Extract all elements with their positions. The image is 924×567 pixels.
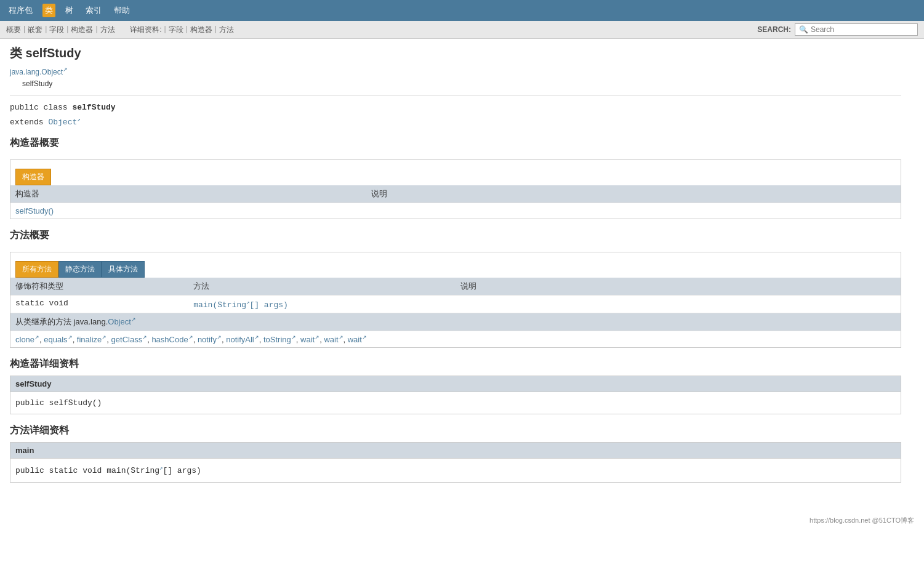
- all-methods-button[interactable]: 所有方法: [15, 261, 58, 278]
- field-nav-nested[interactable]: 嵌套: [28, 25, 42, 35]
- field-nav-detail-method[interactable]: 方法: [219, 25, 234, 35]
- method-detail-header: main: [10, 442, 901, 459]
- notifyall-link[interactable]: notifyAll: [226, 335, 254, 344]
- table-row: selfStudy(): [10, 203, 901, 219]
- method-desc-cell: [456, 296, 901, 313]
- class-decl-line2: extends Object↗: [10, 115, 901, 130]
- class-declaration: public class selfStudy extends Object↗: [10, 100, 901, 129]
- method-table-header: 修饰符和类型 方法 说明: [10, 278, 901, 296]
- search-area: SEARCH: 🔍: [757, 23, 918, 36]
- modifier-text: static void: [15, 299, 68, 308]
- method-table-body: static void main(String↗[] args) 从类继承的方法…: [10, 296, 901, 347]
- divider-1: [10, 95, 901, 95]
- nav-item-help[interactable]: 帮助: [111, 4, 132, 17]
- method-btn-group: 所有方法 静态方法 具体方法: [10, 257, 901, 278]
- search-icon: 🔍: [799, 25, 808, 34]
- method-link[interactable]: main(String↗[] args): [193, 300, 288, 310]
- wait2-link[interactable]: wait: [324, 335, 338, 344]
- col-description-header-method: 说明: [456, 278, 901, 296]
- inherited-methods-cell: clone↗, equals↗, finalize↗, getClass↗, h…: [10, 331, 901, 348]
- nav-item-tree[interactable]: 树: [63, 4, 76, 17]
- constructor-cell: selfStudy(): [10, 203, 366, 219]
- field-nav-links: 概要 | 嵌套 | 字段 | 构造器 | 方法 详细资料: | 字段 | 构造器…: [6, 25, 234, 35]
- equals-link[interactable]: equals: [44, 335, 67, 344]
- method-summary-card: 所有方法 静态方法 具体方法 修饰符和类型 方法 说明 static void: [10, 252, 901, 348]
- class-decl-line1: public class selfStudy: [10, 100, 901, 115]
- col-constructor-header: 构造器: [10, 185, 366, 203]
- constructor-summary-card: 构造器 构造器 说明 selfStudy(): [10, 159, 901, 219]
- getclass-link[interactable]: getClass: [111, 335, 143, 344]
- constructor-detail-title: 构造器详细资料: [10, 358, 901, 371]
- footer: https://blog.csdn.net @51CTO博客: [0, 511, 924, 530]
- method-summary-title: 方法概要: [10, 229, 901, 242]
- col-description-header: 说明: [366, 185, 901, 203]
- constructor-summary-table: 构造器 说明 selfStudy(): [10, 185, 901, 219]
- field-nav-detail-constructor[interactable]: 构造器: [190, 25, 212, 35]
- top-navigation: 程序包 类 树 索引 帮助: [0, 0, 924, 21]
- constructor-btn-group: 构造器: [10, 165, 901, 185]
- nav-item-class[interactable]: 类: [42, 4, 55, 17]
- table-row: static void main(String↗[] args): [10, 296, 901, 313]
- search-input[interactable]: [811, 25, 914, 34]
- constructor-detail-section: 构造器详细资料 selfStudy public selfStudy(): [10, 358, 901, 414]
- inheritance-tree: java.lang.Object↗ selfStudy: [10, 65, 901, 90]
- tostring-link[interactable]: toString: [263, 335, 291, 344]
- constructor-summary-title: 构造器概要: [10, 137, 901, 150]
- page-title: 类 selfStudy: [10, 45, 901, 62]
- field-nav-method[interactable]: 方法: [100, 25, 115, 35]
- search-box-container: 🔍: [795, 23, 918, 36]
- col-modifier-header: 修饰符和类型: [10, 278, 188, 296]
- field-nav-constructor[interactable]: 构造器: [71, 25, 93, 35]
- constructor-detail-header: selfStudy: [10, 376, 901, 392]
- constructor-detail-body: public selfStudy(): [10, 392, 901, 414]
- method-name-cell: main(String↗[] args): [188, 296, 456, 313]
- nav-item-package[interactable]: 程序包: [6, 4, 35, 17]
- wait1-link[interactable]: wait: [300, 335, 315, 344]
- method-detail-body: public static void main(String↗[] args): [10, 459, 901, 482]
- constructor-table-header: 构造器 说明: [10, 185, 901, 203]
- clone-link[interactable]: clone: [15, 335, 34, 344]
- method-detail-section: 方法详细资料 main public static void main(Stri…: [10, 424, 901, 482]
- field-nav-detail-field[interactable]: 字段: [169, 25, 183, 35]
- extends-object-link[interactable]: Object: [48, 118, 77, 127]
- footer-text: https://blog.csdn.net @51CTO博客: [810, 517, 914, 524]
- constructor-summary-section: 构造器概要 构造器 构造器 说明 selfStudy(): [10, 137, 901, 219]
- method-detail-title: 方法详细资料: [10, 424, 901, 437]
- constructor-link[interactable]: selfStudy(): [15, 206, 54, 215]
- inherited-header-cell: 从类继承的方法 java.lang.Object↗: [10, 313, 901, 331]
- finalize-link[interactable]: finalize: [77, 335, 102, 344]
- wait3-link[interactable]: wait: [348, 335, 362, 344]
- method-summary-section: 方法概要 所有方法 静态方法 具体方法 修饰符和类型 方法 说明: [10, 229, 901, 348]
- notify-link[interactable]: notify: [198, 335, 217, 344]
- field-navigation: 概要 | 嵌套 | 字段 | 构造器 | 方法 详细资料: | 字段 | 构造器…: [0, 21, 924, 39]
- object-link[interactable]: Object: [108, 317, 131, 326]
- current-class: selfStudy: [10, 79, 52, 88]
- constructor-table-body: selfStudy(): [10, 203, 901, 219]
- inherited-header-row: 从类继承的方法 java.lang.Object↗: [10, 313, 901, 331]
- field-nav-summary[interactable]: 概要: [6, 25, 21, 35]
- field-nav-detail-label: 详细资料:: [130, 25, 161, 35]
- main-content: 类 selfStudy java.lang.Object↗ selfStudy …: [0, 39, 911, 499]
- nav-item-index[interactable]: 索引: [83, 4, 104, 17]
- constructor-tab-button[interactable]: 构造器: [15, 169, 51, 185]
- concrete-methods-button[interactable]: 具体方法: [102, 261, 145, 278]
- col-method-header: 方法: [188, 278, 456, 296]
- field-nav-field[interactable]: 字段: [49, 25, 64, 35]
- constructor-desc-cell: [366, 203, 901, 219]
- method-modifier-cell: static void: [10, 296, 188, 313]
- parent-class-link[interactable]: java.lang.Object: [10, 68, 63, 76]
- search-label: SEARCH:: [757, 25, 791, 34]
- method-summary-table: 修饰符和类型 方法 说明 static void main(String↗[] …: [10, 278, 901, 347]
- hashcode-link[interactable]: hashCode: [151, 335, 188, 344]
- static-methods-button[interactable]: 静态方法: [58, 261, 102, 278]
- inherited-methods-row: clone↗, equals↗, finalize↗, getClass↗, h…: [10, 331, 901, 348]
